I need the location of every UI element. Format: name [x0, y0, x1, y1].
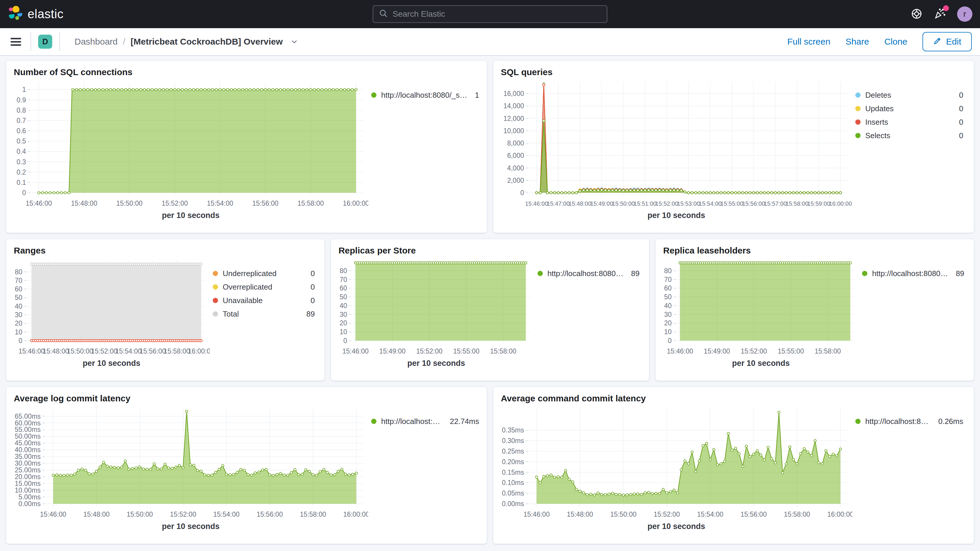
svg-text:15:52:00: 15:52:00	[162, 199, 188, 207]
dashboard-app-badge[interactable]: D	[38, 35, 52, 49]
svg-text:60: 60	[339, 284, 347, 292]
svg-text:15:54:00: 15:54:00	[213, 511, 240, 518]
svg-text:2,000: 2,000	[507, 177, 524, 184]
svg-text:16:00:00: 16:00:00	[827, 511, 853, 518]
svg-text:15:56:00: 15:56:00	[256, 511, 283, 518]
panel-command-commit-latency: Average command commit latency 0.00ms0.0…	[493, 387, 974, 544]
legend-item[interactable]: http://localhost:8080...0.26ms	[855, 414, 963, 428]
svg-text:10: 10	[339, 328, 347, 336]
legend-item[interactable]: Selects0	[855, 129, 963, 142]
badge-letter: D	[42, 37, 48, 46]
svg-text:15:52:00: 15:52:00	[91, 347, 118, 355]
legend-label: Underreplicated	[223, 269, 303, 278]
legend-swatch	[855, 119, 861, 125]
elastic-logo-icon	[8, 6, 23, 22]
svg-text:15:58:00: 15:58:00	[298, 199, 324, 207]
svg-text:70: 70	[664, 276, 672, 283]
svg-text:0.30ms: 0.30ms	[502, 437, 524, 444]
legend-item[interactable]: Unavailable0	[213, 294, 315, 307]
full-screen-button[interactable]: Full screen	[787, 37, 830, 47]
svg-text:35.00ms: 35.00ms	[15, 453, 40, 460]
svg-text:15:58:00: 15:58:00	[786, 201, 808, 207]
edit-button[interactable]: Edit	[923, 32, 972, 51]
search-icon	[379, 9, 388, 19]
svg-text:0.3: 0.3	[17, 158, 26, 166]
svg-text:0.6: 0.6	[17, 127, 26, 135]
announcements-button[interactable]	[934, 8, 946, 21]
clone-button[interactable]: Clone	[885, 37, 907, 47]
share-button[interactable]: Share	[846, 37, 869, 47]
svg-text:15:58:00: 15:58:00	[490, 347, 516, 355]
svg-text:15:55:00: 15:55:00	[453, 347, 479, 355]
svg-text:15:46:00: 15:46:00	[40, 511, 66, 518]
svg-text:40: 40	[15, 303, 22, 310]
legend-label: Deletes	[865, 91, 951, 100]
user-avatar[interactable]: r	[957, 6, 972, 22]
panel-log-commit-latency: Average log commit latency 0.00ms5.00ms1…	[6, 387, 487, 544]
svg-text:30: 30	[15, 311, 22, 318]
title-menu-button[interactable]	[290, 37, 299, 47]
svg-text:12,000: 12,000	[503, 115, 524, 123]
chart-canvas-command-latency[interactable]: 0.00ms0.05ms0.10ms0.15ms0.20ms0.25ms0.30…	[500, 404, 853, 521]
svg-text:15:48:00: 15:48:00	[43, 347, 69, 355]
svg-text:15:48:00: 15:48:00	[567, 511, 593, 518]
legend-swatch	[855, 92, 861, 98]
panel-title: SQL queries	[501, 67, 967, 77]
legend-item[interactable]: Underreplicated0	[213, 267, 315, 280]
legend-item[interactable]: http://localhost:808...22.74ms	[371, 414, 479, 428]
legend-swatch	[862, 271, 867, 276]
legend-item[interactable]: Inserts0	[855, 115, 963, 129]
legend-swatch	[855, 133, 861, 138]
svg-text:15:52:00: 15:52:00	[416, 347, 442, 355]
svg-text:60.00ms: 60.00ms	[15, 419, 40, 427]
panel-title: Replicas per Store	[339, 245, 642, 256]
legend-label: Inserts	[865, 118, 951, 127]
top-header: elastic	[0, 0, 980, 28]
panel-sql-queries: SQL queries 02,0004,0006,0008,00010,0001…	[493, 61, 974, 233]
chart-canvas-sql-queries[interactable]: 02,0004,0006,0008,00010,00012,00014,0001…	[500, 78, 853, 210]
panel-title: Number of SQL connections	[14, 67, 480, 77]
legend-swatch	[213, 284, 218, 290]
legend-item[interactable]: http://localhost:8080/_sta...89	[538, 267, 640, 280]
legend-label: Overreplicated	[223, 283, 303, 291]
breadcrumb-separator: /	[123, 37, 125, 47]
svg-text:15:50:00: 15:50:00	[610, 511, 637, 518]
svg-text:15:54:00: 15:54:00	[207, 199, 233, 207]
menu-button[interactable]	[8, 34, 24, 50]
help-button[interactable]	[911, 8, 923, 21]
global-search	[372, 5, 608, 23]
svg-text:15:48:00: 15:48:00	[71, 199, 97, 207]
chart-canvas-ranges[interactable]: 0102030405060708015:46:0015:48:0015:50:0…	[13, 256, 210, 358]
panel-replicas-per-store: Replicas per Store 0102030405060708015:4…	[331, 239, 650, 381]
svg-text:30: 30	[664, 311, 672, 318]
svg-text:6,000: 6,000	[507, 152, 524, 159]
legend-item[interactable]: Deletes0	[855, 88, 963, 102]
chart-canvas-replicas[interactable]: 0102030405060708015:46:0015:49:0015:52:0…	[338, 256, 535, 358]
chart-canvas-sql-connections[interactable]: 00.10.20.30.40.50.60.70.80.9115:46:0015:…	[13, 78, 368, 210]
legend-label: Total	[223, 309, 299, 318]
search-input[interactable]	[393, 10, 601, 19]
panel-title: Ranges	[14, 245, 318, 256]
legend-item[interactable]: Overreplicated0	[213, 280, 315, 294]
legend-item[interactable]: Updates0	[855, 102, 963, 115]
svg-text:0.8: 0.8	[17, 107, 26, 114]
svg-text:80: 80	[15, 268, 22, 276]
legend-swatch	[213, 311, 218, 317]
chart-canvas-leaseholders[interactable]: 0102030405060708015:46:0015:49:0015:52:0…	[662, 256, 859, 358]
legend-item[interactable]: http://localhost:8080/_stat...1	[371, 88, 479, 102]
svg-text:70: 70	[339, 276, 347, 283]
elastic-home-link[interactable]: elastic	[8, 6, 64, 22]
svg-text:0.9: 0.9	[17, 96, 26, 104]
legend-value: 1	[475, 91, 479, 100]
svg-text:50: 50	[664, 293, 672, 301]
svg-text:15:56:00: 15:56:00	[252, 199, 279, 207]
svg-text:16:00:00: 16:00:00	[343, 199, 368, 207]
chart-canvas-log-latency[interactable]: 0.00ms5.00ms10.00ms15.00ms20.00ms25.00ms…	[13, 404, 368, 521]
breadcrumb-dashboard-link[interactable]: Dashboard	[75, 37, 118, 47]
svg-text:15:52:00: 15:52:00	[741, 347, 767, 355]
legend-label: Updates	[865, 104, 951, 113]
legend-value: 0	[959, 104, 963, 113]
edit-label: Edit	[946, 37, 961, 47]
legend-item[interactable]: http://localhost:8080/_sta...89	[862, 267, 964, 280]
legend-item[interactable]: Total89	[213, 307, 315, 321]
